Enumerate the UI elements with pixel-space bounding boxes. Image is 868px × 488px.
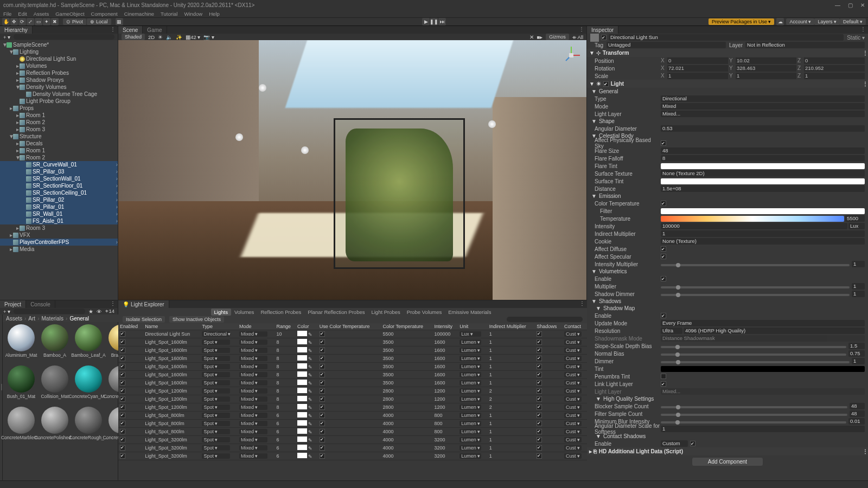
tab-scene[interactable]: Scene bbox=[118, 26, 143, 34]
pos-x[interactable]: 0 bbox=[667, 57, 728, 64]
le-tab[interactable]: Emissive Materials bbox=[445, 309, 494, 316]
angular-diameter-field[interactable]: 0.53 bbox=[661, 125, 865, 132]
dimmer-slider[interactable] bbox=[661, 361, 850, 363]
temperature-field[interactable]: 5500 bbox=[845, 215, 865, 222]
tab-project[interactable]: Project bbox=[0, 300, 26, 308]
scene-extra[interactable]: ▦42 ▾ bbox=[186, 34, 200, 40]
add-component-button[interactable]: Add Component bbox=[692, 458, 763, 466]
shape-foldout[interactable]: ▼ Shape bbox=[587, 118, 868, 125]
scene-viewport[interactable] bbox=[118, 40, 586, 300]
contact-enable-dropdown[interactable]: Custom bbox=[661, 440, 688, 447]
shadow-dimmer-slider[interactable]: .sd::after{left:92%} bbox=[661, 294, 850, 296]
hierarchy-item[interactable]: SR_SectionCeiling_01› bbox=[0, 189, 118, 196]
hq-foldout[interactable]: ▼ High Quality Settings bbox=[587, 395, 868, 402]
hierarchy-item[interactable]: ▼Structure bbox=[0, 133, 118, 140]
shadow-enable-checkbox[interactable] bbox=[661, 313, 666, 318]
pos-z[interactable]: 0 bbox=[804, 57, 865, 64]
hierarchy-item[interactable]: ▸Room 3 bbox=[0, 126, 118, 133]
pivot-toggle[interactable]: ⊙Pivot bbox=[63, 18, 86, 25]
flare-size-field[interactable]: 48 bbox=[661, 147, 865, 154]
transform-tool-icon[interactable]: ✦ bbox=[43, 18, 50, 25]
blocker-slider[interactable] bbox=[661, 406, 847, 408]
tab-inspector[interactable]: Inspector bbox=[587, 26, 618, 34]
account-dropdown[interactable]: Account ▾ bbox=[786, 18, 814, 25]
hierarchy-item[interactable]: ▸Media bbox=[0, 246, 118, 253]
menu-tutorial[interactable]: Tutorial bbox=[161, 11, 177, 17]
orientation-gizmo[interactable] bbox=[560, 44, 582, 67]
rotate-tool-icon[interactable]: ⟳ bbox=[18, 18, 26, 25]
scale-tool-icon[interactable]: ⤢ bbox=[27, 18, 34, 25]
hierarchy-item[interactable]: SR_SectionFloor_01› bbox=[0, 182, 118, 189]
light-explorer-table[interactable]: EnabledNameTypeModeRangeColorUse Color T… bbox=[118, 323, 587, 488]
shadows-foldout[interactable]: ▼ Shadows bbox=[587, 298, 868, 305]
close-icon[interactable]: ✕ bbox=[860, 2, 865, 8]
material-thumb[interactable]: Bamboo_Leaf_A bbox=[72, 324, 105, 363]
light-explorer-tabs[interactable]: LightsVolumesReflection ProbesPlanar Ref… bbox=[118, 308, 587, 316]
intensity-unit[interactable]: Lux bbox=[848, 223, 865, 229]
intensity-field[interactable]: 100000 bbox=[661, 223, 847, 229]
hierarchy-item[interactable]: ▸Decals bbox=[0, 140, 118, 147]
surface-texture-field[interactable]: None (Texture 2D) bbox=[661, 170, 865, 177]
material-thumb[interactable]: Bush_01_Mat bbox=[5, 365, 37, 404]
menu-assets[interactable]: Assets bbox=[34, 11, 49, 17]
rect-tool-icon[interactable]: ▭ bbox=[35, 18, 42, 25]
light-row[interactable]: Light_Spot_1600lmSpot ▾Mixed ▾8 ✎3500160… bbox=[118, 379, 587, 387]
hierarchy-item[interactable]: ▸Volumes bbox=[0, 62, 118, 69]
contact-enable-checkbox[interactable] bbox=[690, 441, 695, 446]
dim-toggle[interactable]: 2D bbox=[148, 34, 155, 40]
tag-dropdown[interactable]: Untagged bbox=[607, 42, 726, 48]
shadowmap-foldout[interactable]: ▼ Shadow Map bbox=[587, 305, 868, 312]
general-foldout[interactable]: ▼ General bbox=[587, 88, 868, 95]
pause-icon[interactable]: ❚❚ bbox=[430, 18, 438, 25]
menu-help[interactable]: Help bbox=[209, 11, 220, 17]
transform-header[interactable]: ▼ ⊹ Transform⋮ bbox=[587, 49, 868, 57]
penumbra-checkbox[interactable] bbox=[661, 374, 666, 379]
hierarchy-item[interactable]: ▼Lighting bbox=[0, 48, 118, 55]
active-checkbox[interactable] bbox=[601, 35, 607, 40]
hierarchy-item[interactable]: SR_Pillar_03› bbox=[0, 168, 118, 175]
rot-x[interactable]: 72.021 bbox=[667, 65, 728, 72]
volumetrics-foldout[interactable]: ▼ Volumetrics bbox=[587, 268, 868, 275]
light-type-dropdown[interactable]: Directional bbox=[661, 95, 865, 102]
tab-hierarchy[interactable]: Hierarchy bbox=[0, 26, 33, 34]
light-row[interactable]: Light_Spot_1200lmSpot ▾Mixed ▾8 ✎2800120… bbox=[118, 387, 587, 395]
scene-camera-icon[interactable]: 📷 ▾ bbox=[203, 34, 214, 40]
menu-gameobject[interactable]: GameObject bbox=[55, 11, 84, 17]
flare-falloff-field[interactable]: 8 bbox=[661, 155, 865, 162]
scl-x[interactable]: 1 bbox=[667, 73, 728, 79]
breadcrumb-item[interactable]: Materials bbox=[41, 316, 63, 322]
material-thumb[interactable]: ConcretePolished... bbox=[39, 407, 71, 446]
gizmos-dropdown[interactable]: Gizmos bbox=[546, 34, 569, 40]
le-tab[interactable]: Planar Reflection Probes bbox=[304, 309, 368, 316]
normal-bias-slider[interactable] bbox=[661, 354, 846, 356]
flare-tint-color[interactable] bbox=[661, 163, 865, 169]
hierarchy-item[interactable]: ▼Room 2 bbox=[0, 154, 118, 161]
hierarchy-item[interactable]: ▸Room 1 bbox=[0, 147, 118, 154]
le-tab[interactable]: Probe Volumes bbox=[404, 309, 445, 316]
le-tab[interactable]: Light Probes bbox=[368, 309, 403, 316]
custom-tool-icon[interactable]: ✖ bbox=[51, 18, 59, 25]
scene-camera2-icon[interactable]: ■▸ bbox=[537, 34, 543, 40]
distance-field[interactable]: 1.5e+08 bbox=[661, 185, 865, 192]
layer-dropdown[interactable]: Not in Reflection bbox=[745, 42, 865, 48]
search-all[interactable]: ᚑ All bbox=[572, 34, 583, 40]
slope-bias-slider[interactable] bbox=[661, 346, 846, 348]
indirect-field[interactable]: 1 bbox=[661, 230, 865, 237]
hierarchy-item[interactable]: FS_Aisle_01› bbox=[0, 217, 118, 224]
light-row[interactable]: Light_Spot_1200lmSpot ▾Mixed ▾8 ✎2800120… bbox=[118, 395, 587, 403]
fav-icon[interactable]: ★ bbox=[88, 309, 93, 314]
preview-packages-pill[interactable]: Preview Packages in Use ▾ bbox=[709, 18, 775, 25]
panel-menu-icon[interactable]: ⋮ bbox=[577, 26, 586, 34]
cloud-icon[interactable]: ☁ bbox=[776, 18, 784, 25]
affect-specular-checkbox[interactable] bbox=[661, 254, 666, 259]
filter-sample-slider[interactable] bbox=[661, 414, 847, 416]
shading-dropdown[interactable]: Shaded bbox=[122, 34, 145, 40]
local-toggle[interactable]: ⊕Local bbox=[87, 18, 111, 25]
maximize-icon[interactable]: ▢ bbox=[848, 2, 853, 8]
hierarchy-search[interactable] bbox=[14, 34, 114, 40]
light-row[interactable]: Light_Spot_1200lmSpot ▾Mixed ▾8 ✎2800120… bbox=[118, 403, 587, 412]
light-header[interactable]: ▼ ☀ Light⋮ bbox=[587, 80, 868, 88]
hierarchy-item[interactable]: ▼Density Volumes bbox=[0, 84, 118, 91]
scene-maximize-icon[interactable]: ✕ bbox=[529, 34, 534, 40]
resolution-value[interactable]: 4096 (HDRP High Quality) bbox=[684, 328, 865, 334]
